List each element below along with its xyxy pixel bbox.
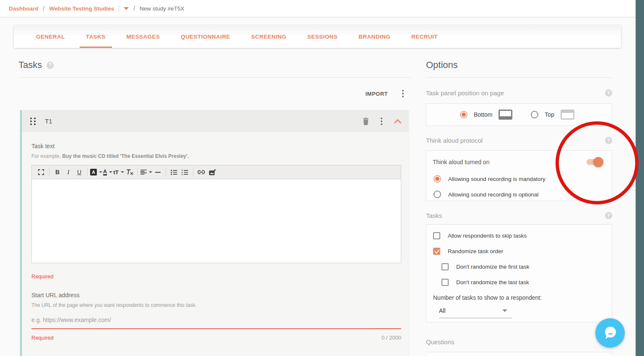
task-text-label: Task text: [31, 143, 401, 149]
position-bottom-label: Bottom: [474, 111, 492, 118]
horizontal-rule-icon[interactable]: [152, 167, 163, 178]
breadcrumb: Dashboard / Website Testing Studies / Ne…: [0, 0, 636, 17]
delete-task-icon[interactable]: [363, 118, 369, 125]
study-tab-bar: GENERAL TASKS MESSAGES QUESTIONNAIRE SCR…: [14, 25, 621, 48]
chat-bubble-icon: [602, 325, 618, 341]
collapse-task-chevron-up-icon[interactable]: [394, 119, 401, 123]
start-url-char-counter: 0 / 2000: [382, 335, 401, 341]
select-caret-icon: [502, 309, 507, 312]
tab-messages[interactable]: MESSAGES: [116, 25, 171, 48]
task-text-editor-input[interactable]: [32, 179, 401, 263]
breadcrumb-separator: /: [133, 5, 135, 12]
task-text-required-error: Required: [31, 273, 401, 280]
think-aloud-toggle-label: Think aloud turned on: [433, 159, 489, 165]
background-color-icon[interactable]: A: [90, 167, 102, 178]
start-url-required-error: Required: [31, 335, 54, 341]
insert-link-icon[interactable]: [196, 167, 207, 178]
breadcrumb-link-studies[interactable]: Website Testing Studies: [49, 5, 114, 12]
task-panel-position-label: Task panel position on page: [426, 89, 504, 97]
task-panel-position-group: Bottom Top: [426, 103, 612, 126]
dont-randomize-first-task-checkbox[interactable]: [441, 263, 449, 270]
start-url-error-underline: [31, 328, 401, 329]
tab-branding[interactable]: BRANDING: [348, 25, 401, 48]
clear-formatting-icon[interactable]: [124, 167, 135, 178]
start-url-input[interactable]: [31, 317, 401, 323]
options-title: Options: [426, 60, 458, 71]
number-of-tasks-select[interactable]: All: [439, 307, 512, 318]
questions-group: [426, 352, 612, 356]
tab-questionnaire[interactable]: QUESTIONNAIRE: [170, 25, 241, 48]
sound-recording-optional-label: Allowing sound recording is optional: [448, 191, 538, 198]
insert-image-icon[interactable]: [207, 167, 218, 178]
panel-bottom-preview-icon: [499, 110, 512, 120]
tab-screening[interactable]: SCREENING: [241, 25, 297, 48]
underline-icon[interactable]: U: [74, 167, 85, 178]
bulleted-list-icon[interactable]: [169, 167, 179, 178]
task-panel-position-help-icon[interactable]: ?: [605, 89, 612, 97]
number-of-tasks-value: All: [439, 307, 446, 314]
task-id-label: T1: [45, 118, 52, 125]
randomize-task-order-checkbox[interactable]: [433, 248, 440, 255]
think-aloud-toggle[interactable]: [587, 157, 603, 167]
tab-sessions[interactable]: SESSIONS: [297, 25, 348, 48]
tab-recruit[interactable]: RECRUIT: [401, 25, 448, 48]
task-card-header: T1: [22, 110, 409, 132]
position-top-label: Top: [545, 111, 554, 118]
align-icon[interactable]: [140, 167, 152, 178]
task-menu-kebab-icon[interactable]: [380, 117, 383, 126]
import-button[interactable]: IMPORT: [365, 91, 388, 97]
start-url-hint: The URL of the page where you want respo…: [31, 302, 401, 308]
think-aloud-group: Think aloud turned on Allowing sound rec…: [426, 150, 612, 201]
position-bottom-radio[interactable]: [460, 111, 467, 118]
think-aloud-help-icon[interactable]: ?: [605, 137, 612, 144]
tasks-divider: [18, 77, 411, 78]
number-of-tasks-label: Number of tasks to show to a respondent:: [433, 294, 606, 301]
sound-recording-optional-radio[interactable]: [434, 191, 441, 198]
tab-tasks[interactable]: TASKS: [75, 25, 116, 48]
font-size-icon[interactable]: tT: [113, 167, 124, 178]
fullscreen-icon[interactable]: [36, 167, 47, 178]
breadcrumb-divider: [119, 5, 119, 12]
options-divider: [426, 77, 612, 78]
randomize-task-order-label: Randomize task order: [448, 248, 503, 254]
allow-skip-tasks-checkbox[interactable]: [433, 232, 440, 239]
tasks-options-label: Tasks: [426, 212, 442, 219]
rich-text-editor: B I U A A tT: [31, 165, 401, 263]
breadcrumb-separator: /: [43, 5, 45, 12]
tasks-help-icon[interactable]: ?: [47, 62, 54, 69]
tasks-page-title: Tasks: [18, 60, 42, 71]
italic-icon[interactable]: I: [63, 167, 74, 178]
tab-general[interactable]: GENERAL: [26, 25, 75, 48]
tasks-options-group: Allow respondents to skip tasks Randomiz…: [426, 224, 612, 322]
sound-recording-mandatory-label: Allowing sound recording is mandatory: [448, 176, 545, 182]
drag-handle-icon[interactable]: [30, 118, 36, 125]
studies-dropdown-caret-icon[interactable]: [124, 7, 129, 10]
allow-skip-tasks-label: Allow respondents to skip tasks: [448, 233, 527, 239]
task-text-hint: For example, Buy the music CD titled 'Th…: [31, 153, 401, 159]
chat-widget-button[interactable]: [595, 318, 625, 348]
think-aloud-protocol-label: Think aloud protocol: [426, 137, 483, 144]
breadcrumb-link-dashboard[interactable]: Dashboard: [9, 5, 39, 12]
panel-top-preview-icon: [561, 110, 574, 120]
bold-icon[interactable]: B: [52, 167, 63, 178]
dont-randomize-first-task-label: Don't randomize the first task: [456, 264, 529, 270]
dont-randomize-last-task-checkbox[interactable]: [441, 279, 449, 286]
editor-toolbar: B I U A A tT: [32, 165, 401, 179]
numbered-list-icon[interactable]: [179, 167, 190, 178]
task-card-t1: T1 Task text For example, Buy the music …: [20, 110, 409, 356]
breadcrumb-current-study: New study #eT5X: [140, 5, 184, 12]
sound-recording-mandatory-radio[interactable]: [434, 175, 441, 183]
start-url-label: Start URL address: [31, 292, 401, 298]
questions-section-label: Questions: [426, 338, 454, 346]
position-top-radio[interactable]: [531, 111, 538, 118]
window-side-strip: [636, 0, 644, 356]
tasks-menu-kebab-icon[interactable]: [401, 89, 405, 98]
text-color-icon[interactable]: A: [102, 167, 113, 178]
dont-randomize-last-task-label: Don't randomize the last task: [456, 279, 529, 285]
tasks-options-help-icon[interactable]: ?: [605, 212, 612, 219]
